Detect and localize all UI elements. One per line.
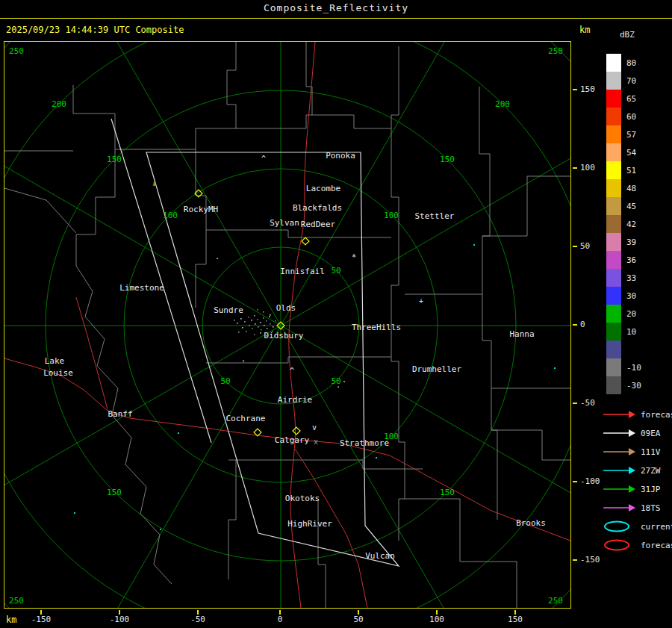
right-axis-tick [573, 559, 577, 561]
colorbar-value: 70 [626, 76, 649, 86]
echo-dot [246, 331, 247, 332]
map-symbol: · [336, 383, 340, 391]
bottom-axis-label: 150 [502, 615, 529, 624]
legend-ellipse-icon [602, 520, 636, 532]
right-axis-label: 50 [580, 241, 590, 251]
colorbar-value: 36 [626, 255, 649, 265]
unit-label-bottom: km [6, 615, 16, 625]
echo-dot [273, 326, 274, 328]
colorbar-row: 60 [606, 108, 649, 125]
city-label: Okotoks [285, 494, 320, 503]
echo-dot [270, 323, 271, 325]
city-label: Airdrie [278, 395, 312, 405]
colorbar-title: dBZ [620, 30, 635, 40]
colorbar-value: 51 [626, 166, 649, 175]
city-label: Brooks [516, 518, 546, 528]
map-symbol: ^ [290, 367, 294, 375]
legend-item-label: forecast [641, 410, 672, 420]
colorbar-row: 20 [606, 305, 649, 323]
city-label: Strathmore [340, 438, 389, 448]
city-label: Drumheller [412, 364, 462, 374]
legend-item: 27ZW [602, 464, 661, 476]
colorbar-value: 54 [626, 148, 649, 158]
map-symbol: · [342, 378, 346, 386]
legend-arrow-icon [602, 464, 636, 476]
city-label: Stettler [415, 211, 455, 221]
city-label: Blackfalds [293, 203, 342, 213]
echo-dot [254, 334, 255, 335]
weak-echo-speck [473, 244, 475, 246]
bottom-axis-label: 50 [345, 615, 372, 624]
city-label: Calgary [275, 435, 310, 445]
colorbar-swatch [606, 161, 621, 179]
colorbar-value: -30 [626, 381, 649, 391]
legend-item: 111V [602, 446, 661, 458]
city-label: HighRiver [287, 519, 332, 529]
colorbar-value: 20 [626, 309, 649, 319]
colorbar-swatch [606, 358, 621, 376]
range-label: 250 [9, 596, 24, 606]
colorbar-row: 54 [606, 143, 649, 161]
echo-dot [260, 322, 261, 323]
right-axis-tick [573, 89, 577, 90]
city-label: Lake [45, 356, 65, 366]
colorbar-row [606, 341, 649, 358]
colorbar-swatch [606, 125, 621, 143]
range-label: 250 [548, 596, 563, 606]
weak-echo-speck [74, 512, 75, 514]
range-label: 100 [163, 211, 178, 220]
city-label: Sylvan [270, 218, 299, 228]
map-symbol: ↓ [152, 179, 156, 187]
city-label: Hanna [509, 329, 534, 339]
map-symbol: x [314, 438, 318, 446]
legend-arrow-icon [602, 502, 636, 514]
colorbar-row: 48 [606, 179, 649, 197]
bottom-axis-label: 100 [423, 615, 450, 624]
title-divider [0, 18, 672, 19]
echo-dot [266, 320, 267, 322]
map-symbol: + [419, 297, 423, 305]
colorbar-row: 39 [606, 233, 649, 251]
station-diamond-marker [293, 427, 300, 435]
city-label: ThreeHills [352, 323, 401, 332]
city-label: Banff [108, 409, 132, 419]
echo-dot [255, 323, 256, 325]
legend-item-label: 27ZW [641, 466, 661, 476]
colorbar-swatch [606, 215, 621, 233]
bottom-axis-label: -50 [184, 615, 211, 624]
echo-dot [267, 328, 268, 329]
legend-item: 18TS [602, 502, 661, 514]
city-label: Lacombe [306, 184, 340, 193]
colorbar-value: 57 [626, 130, 649, 140]
weak-echo-speck [554, 367, 556, 369]
right-axis-tick [573, 324, 577, 326]
right-axis-tick [573, 481, 577, 482]
right-axis-label: 150 [580, 84, 595, 94]
echo-dot [237, 323, 238, 324]
colorbar-value: 33 [626, 273, 649, 283]
colorbar-swatch [606, 197, 621, 215]
range-label: 150 [107, 155, 122, 164]
city-label: Didsbury [264, 331, 304, 341]
colorbar-row: 42 [606, 215, 649, 233]
legend-item: forecast [602, 539, 672, 551]
legend-item: current [602, 520, 672, 532]
radar-map-canvas: 2502001501002502001501005050150250501001… [4, 42, 570, 608]
echo-dot [244, 321, 246, 323]
window-title: Composite_Reflectivity [264, 2, 408, 13]
colorbar-value: 48 [626, 184, 649, 193]
echo-dot [254, 315, 255, 317]
echo-dot [249, 325, 250, 326]
map-symbol: ^ [261, 155, 266, 163]
weak-echo-speck [160, 529, 161, 530]
range-label: 50 [331, 266, 340, 276]
echo-dot [261, 329, 262, 331]
colorbar-row: 36 [606, 251, 649, 269]
echo-dot [263, 311, 264, 313]
echo-dot [240, 318, 242, 320]
right-axis-tick [573, 402, 577, 404]
timestamp-label: 2025/09/23 14:44:39 UTC Composite [6, 25, 184, 35]
map-symbol: * [352, 253, 356, 261]
echo-dot [257, 309, 258, 311]
right-axis-label: -100 [580, 476, 600, 486]
